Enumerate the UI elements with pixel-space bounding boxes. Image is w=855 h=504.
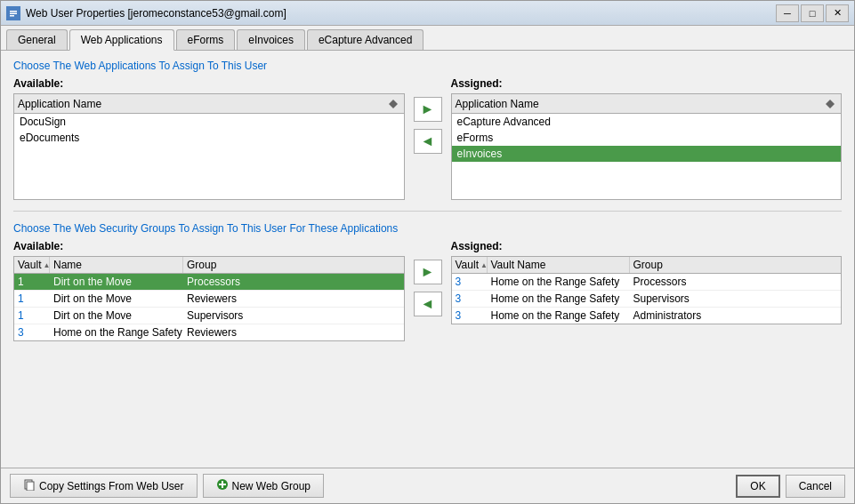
available-groups-header: Vault ▲ Name Group	[14, 257, 404, 274]
footer: Copy Settings From Web User New Web Grou…	[1, 468, 854, 503]
available-groups-rows: 1 Dirt on the Move Processors 1 Dirt on …	[14, 274, 404, 340]
assigned-col-vault: Vault ▲	[452, 257, 488, 273]
unassign-group-button[interactable]: ◄	[414, 292, 442, 316]
assigned-apps-list: eCapture Advanced eForms eInvoices	[452, 114, 842, 162]
assigned-group-row-1[interactable]: 3 Home on the Range Safety Supervisors	[452, 291, 842, 308]
apps-section-title: Choose The Web Applications To Assign To…	[13, 60, 842, 72]
available-groups-table[interactable]: Vault ▲ Name Group 1	[13, 256, 405, 341]
available-app-item-docusign[interactable]: DocuSign	[14, 114, 404, 130]
assigned-app-ecapture[interactable]: eCapture Advanced	[452, 114, 842, 130]
tab-eforms[interactable]: eForms	[176, 29, 236, 50]
title-bar: Web User Properties [jeromeconstance53@g…	[1, 1, 854, 26]
assigned-group-row-0[interactable]: 3 Home on the Range Safety Processors	[452, 274, 842, 291]
available-apps-col-header: Application Name	[18, 98, 101, 110]
apps-panel-row: Available: Application Name DocuSign eDo…	[13, 77, 842, 200]
ok-button[interactable]: OK	[736, 475, 779, 498]
assigned-app-einvoices[interactable]: eInvoices	[452, 146, 842, 162]
assigned-row2-vault: 3	[452, 308, 488, 324]
avail-row2-vault: 1	[14, 308, 50, 324]
assigned-row0-vaultname: Home on the Range Safety	[488, 274, 630, 290]
avail-row0-name: Dirt on the Move	[50, 274, 183, 290]
new-web-group-button[interactable]: New Web Group	[203, 474, 324, 498]
copy-settings-button[interactable]: Copy Settings From Web User	[10, 474, 198, 498]
main-window: Web User Properties [jeromeconstance53@g…	[0, 0, 855, 504]
window-icon	[6, 6, 20, 20]
assign-app-button[interactable]: ►	[414, 97, 442, 122]
assigned-row2-group: Administrators	[630, 308, 842, 324]
assigned-col-vaultname: Vault Name	[488, 257, 630, 273]
tab-web-applications[interactable]: Web Applications	[69, 29, 174, 51]
window-controls: ─ □ ✕	[776, 4, 849, 22]
avail-row0-group: Processors	[183, 274, 404, 290]
avail-row1-vault: 1	[14, 291, 50, 307]
avail-col-name: Name	[50, 257, 183, 273]
assigned-groups-rows: 3 Home on the Range Safety Processors 3 …	[452, 274, 842, 324]
svg-rect-2	[10, 12, 17, 14]
available-apps-listbox[interactable]: Application Name DocuSign eDocuments	[13, 93, 405, 200]
arrow-left-icon: ◄	[421, 133, 435, 149]
avail-row0-vault: 1	[14, 274, 50, 290]
avail-group-row-3[interactable]: 3 Home on the Range Safety Reviewers	[14, 324, 404, 340]
avail-group-row-1[interactable]: 1 Dirt on the Move Reviewers	[14, 291, 404, 308]
groups-panel-row: Available: Vault ▲ Name Group	[13, 240, 842, 341]
avail-row2-group: Supervisors	[183, 308, 404, 324]
svg-rect-1	[10, 11, 17, 12]
available-apps-label: Available:	[13, 77, 405, 90]
group-arrow-left-icon: ◄	[421, 296, 435, 312]
window-title: Web User Properties [jeromeconstance53@g…	[26, 7, 776, 20]
available-groups-panel: Available: Vault ▲ Name Group	[13, 240, 405, 341]
cancel-button[interactable]: Cancel	[786, 475, 845, 498]
tabs-bar: General Web Applications eForms eInvoice…	[1, 26, 854, 51]
available-app-item-edocuments[interactable]: eDocuments	[14, 130, 404, 146]
assigned-groups-panel: Assigned: Vault ▲ Vault Name Group	[451, 240, 843, 324]
svg-rect-5	[27, 482, 34, 491]
copy-settings-label: Copy Settings From Web User	[39, 480, 184, 492]
minimize-button[interactable]: ─	[776, 4, 799, 22]
copy-icon	[23, 478, 36, 493]
assigned-row0-group: Processors	[630, 274, 842, 290]
assigned-app-eforms[interactable]: eForms	[452, 130, 842, 146]
tab-general[interactable]: General	[6, 29, 68, 50]
apps-section: Choose The Web Applications To Assign To…	[13, 60, 842, 200]
avail-row2-name: Dirt on the Move	[50, 308, 183, 324]
tab-einvoices[interactable]: eInvoices	[237, 29, 305, 50]
avail-row3-vault: 3	[14, 324, 50, 340]
apps-arrow-col: ► ◄	[408, 97, 448, 154]
assigned-row0-vault: 3	[452, 274, 488, 290]
assigned-row1-vaultname: Home on the Range Safety	[488, 291, 630, 307]
assigned-apps-panel: Assigned: Application Name eCapture Adva…	[451, 77, 843, 200]
new-web-group-label: New Web Group	[232, 480, 311, 492]
avail-row1-group: Reviewers	[183, 291, 404, 307]
assigned-row1-group: Supervisors	[630, 291, 842, 307]
footer-left: Copy Settings From Web User New Web Grou…	[10, 474, 736, 498]
assigned-apps-header: Application Name	[452, 94, 842, 114]
footer-right: OK Cancel	[736, 475, 845, 498]
assigned-group-row-2[interactable]: 3 Home on the Range Safety Administrator…	[452, 308, 842, 324]
assigned-row2-vaultname: Home on the Range Safety	[488, 308, 630, 324]
assigned-groups-header: Vault ▲ Vault Name Group	[452, 257, 842, 274]
group-arrow-right-icon: ►	[421, 264, 435, 280]
unassign-app-button[interactable]: ◄	[414, 129, 442, 154]
avail-row3-group: Reviewers	[183, 324, 404, 340]
groups-section-title: Choose The Web Security Groups To Assign…	[13, 222, 842, 235]
assign-group-button[interactable]: ►	[414, 260, 442, 284]
available-apps-panel: Available: Application Name DocuSign eDo…	[13, 77, 405, 200]
assigned-apps-listbox[interactable]: Application Name eCapture Advanced eForm…	[451, 93, 843, 200]
avail-group-row-0[interactable]: 1 Dirt on the Move Processors	[14, 274, 404, 291]
arrow-right-icon: ►	[421, 101, 435, 117]
assigned-groups-table[interactable]: Vault ▲ Vault Name Group	[451, 256, 843, 324]
main-content: Choose The Web Applications To Assign To…	[1, 51, 854, 468]
avail-group-row-2[interactable]: 1 Dirt on the Move Supervisors	[14, 308, 404, 324]
assigned-row1-vault: 3	[452, 291, 488, 307]
new-group-icon	[216, 478, 229, 493]
tab-ecapture[interactable]: eCapture Advanced	[307, 29, 423, 50]
assigned-apps-label: Assigned:	[451, 77, 843, 90]
maximize-button[interactable]: □	[801, 4, 824, 22]
available-groups-label: Available:	[13, 240, 405, 252]
avail-row1-name: Dirt on the Move	[50, 291, 183, 307]
groups-section: Choose The Web Security Groups To Assign…	[13, 222, 842, 341]
avail-col-group: Group	[183, 257, 404, 273]
assigned-groups-label: Assigned:	[451, 240, 843, 252]
section-divider	[13, 211, 842, 212]
close-button[interactable]: ✕	[826, 4, 849, 22]
